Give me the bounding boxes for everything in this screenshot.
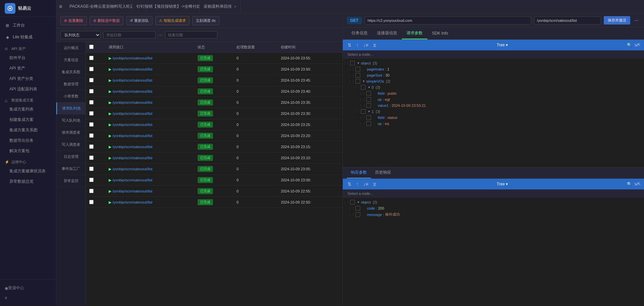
sidenav-event-factory[interactable]: 事件加工厂 <box>56 163 86 175</box>
row-api-link[interactable]: /yonbip/scm/salesout/list <box>112 156 152 160</box>
nav-section-ops[interactable]: ⚡ 运维中心 <box>0 156 56 166</box>
tree-node-checkbox[interactable] <box>361 109 366 114</box>
tree-drag-handle[interactable]: ⋮⋮ <box>359 122 366 126</box>
row-checkbox[interactable] <box>89 100 94 104</box>
tree-node-checkbox[interactable] <box>356 79 360 84</box>
menu-icon[interactable]: ≡ <box>59 4 62 10</box>
tab-purchase[interactable]: 采购退料单回传 ✕ <box>200 0 241 13</box>
tab-purchase-close[interactable]: ✕ <box>234 5 236 8</box>
tree-expand-arrow[interactable]: ▼ <box>357 61 360 65</box>
tree-row[interactable]: ⋮⋮op:egt <box>343 96 644 102</box>
tree-expand-arrow[interactable]: ▼ <box>368 110 371 113</box>
row-api-link[interactable]: /yonbip/scm/salesout/list <box>112 112 152 116</box>
tree-expand-arrow[interactable]: ▼ <box>368 86 371 89</box>
req-filter-icon[interactable]: ⧖ <box>372 42 378 49</box>
end-date-input[interactable] <box>165 31 217 39</box>
sidebar-item-anomaly-overview[interactable]: 异常数据总览 <box>0 176 56 187</box>
tree-row[interactable]: ⋮⋮op:eq <box>343 121 644 127</box>
tree-drag-handle[interactable]: ⋮⋮ <box>343 61 350 65</box>
sidebar-item-software-platform[interactable]: 软件平台 <box>0 53 56 63</box>
url-input[interactable] <box>365 16 531 25</box>
row-checkbox[interactable] <box>89 144 94 149</box>
tree-drag-handle[interactable]: ⋮⋮ <box>354 110 360 114</box>
tree-row[interactable]: ⋮⋮▼simpleVOs[2] <box>343 78 644 84</box>
tree-row[interactable]: ⋮⋮▼0{3} <box>343 84 644 90</box>
req-expand-all-icon[interactable]: ⇅ <box>346 42 353 48</box>
sidebar-item-api-adapter[interactable]: API 适配器列表 <box>0 84 56 94</box>
row-api-link[interactable]: /yonbip/scm/salesout/list <box>112 67 152 71</box>
tree-expand-arrow[interactable]: ▼ <box>357 201 360 204</box>
tree-drag-handle[interactable]: ⋮⋮ <box>348 80 355 83</box>
request-tree-dropdown[interactable]: ▾ <box>506 43 508 47</box>
tree-row[interactable]: ⋮⋮▼object{2} <box>343 199 644 205</box>
row-checkbox[interactable] <box>89 56 94 60</box>
row-checkbox[interactable] <box>89 167 94 171</box>
row-checkbox[interactable] <box>89 178 94 182</box>
req-sort-icon[interactable]: ↓≡ <box>362 42 370 48</box>
batch-delete-button[interactable]: ⊘ 批量删除 <box>60 16 87 25</box>
tree-node-checkbox[interactable] <box>356 212 360 217</box>
res-filter-icon[interactable]: ⧖ <box>372 181 378 188</box>
sidebar-item-solution-package[interactable]: 解决方案包 <box>0 146 56 156</box>
row-api-link[interactable]: /yonbip/scm/salesout/list <box>112 123 152 127</box>
response-subtab-history[interactable]: 历史响应 <box>371 167 395 178</box>
tree-expand-arrow[interactable]: ▼ <box>362 80 365 83</box>
path-input[interactable] <box>534 16 601 25</box>
sidebar-item-lite[interactable]: ◈ Lite 轻集成 <box>0 31 56 43</box>
tree-node-checkbox[interactable] <box>366 91 371 96</box>
tree-row[interactable]: ⋮⋮pageSize:30 <box>343 72 644 78</box>
row-checkbox[interactable] <box>89 156 94 160</box>
tree-drag-handle[interactable]: ⋮⋮ <box>359 104 366 107</box>
req-search-icon[interactable]: 🔍 <box>627 43 632 47</box>
tree-row[interactable]: ⋮⋮field:pubts <box>343 90 644 96</box>
sidebar-item-menu[interactable]: ≡ <box>5 293 51 303</box>
row-checkbox[interactable] <box>89 78 94 82</box>
tree-row[interactable]: ⋮⋮field:status <box>343 115 644 121</box>
re-queue-button[interactable]: ↺ 重新排队 <box>126 16 153 25</box>
row-api-link[interactable]: /yonbip/scm/salesout/list <box>112 100 152 104</box>
row-checkbox[interactable] <box>89 189 94 193</box>
tree-row[interactable]: ⋮⋮code:200 <box>343 205 644 211</box>
row-checkbox[interactable] <box>89 111 94 116</box>
tab-sdk-info[interactable]: SDK Info <box>427 28 453 39</box>
sidebar-item-api-category[interactable]: API 资产分类 <box>0 74 56 84</box>
row-checkbox[interactable] <box>89 133 94 138</box>
res-search-icon[interactable]: 🔍 <box>627 182 632 186</box>
tree-row[interactable]: ⋮⋮value1:2024-10-09 23:50:21 <box>343 102 644 108</box>
req-collapse-icon[interactable]: ↑ <box>355 42 360 48</box>
response-node-select[interactable]: Select a node... <box>343 189 644 198</box>
tree-drag-handle[interactable]: ⋮⋮ <box>354 86 360 89</box>
tree-drag-handle[interactable]: ⋮⋮ <box>348 74 355 77</box>
nav-section-api[interactable]: ⊙ API 资产 <box>0 43 56 53</box>
row-api-link[interactable]: /yonbip/scm/salesout/list <box>112 167 152 171</box>
ai-generate-button[interactable]: ⚠ 智能生成请求 <box>155 16 190 25</box>
select-all-checkbox[interactable] <box>89 45 94 49</box>
row-api-link[interactable]: /yonbip/scm/salesout/list <box>112 178 152 182</box>
tab-package[interactable]: PACKAGE-全蜂云星辰物料写入旺店通货品档案 ✕ <box>65 0 132 13</box>
save-activate-button[interactable]: 保存并激活 <box>604 16 630 25</box>
res-collapse-icon[interactable]: ↑ <box>355 181 360 187</box>
tree-node-checkbox[interactable] <box>361 85 366 90</box>
sidebar-item-api-assets[interactable]: API 资产 <box>0 63 56 74</box>
tree-drag-handle[interactable]: ⋮⋮ <box>348 213 355 216</box>
more-options-button[interactable]: ··· <box>633 17 640 24</box>
delete-selected-button[interactable]: ⊘ 删除选中数据 <box>90 16 123 25</box>
row-api-link[interactable]: /yonbip/scm/salesout/list <box>112 134 152 138</box>
sidenav-req-scheduler[interactable]: 请求调度者 <box>56 127 86 139</box>
sidenav-request-queue[interactable]: 请求队列池 <box>56 102 86 115</box>
tree-node-checkbox[interactable] <box>350 200 355 205</box>
request-node-select[interactable]: Select a node... <box>343 50 644 59</box>
tab-connector-info[interactable]: 连接器信息 <box>372 28 402 39</box>
tree-drag-handle[interactable]: ⋮⋮ <box>359 98 366 101</box>
sidenav-running-overview[interactable]: 运行概况 <box>56 42 86 54</box>
response-subtab-params[interactable]: 响应参数 <box>347 167 371 178</box>
sidenav-solution-info[interactable]: 方案信息 <box>56 54 86 66</box>
tree-node-checkbox[interactable] <box>356 67 360 72</box>
row-checkbox[interactable] <box>89 200 94 204</box>
sidenav-write-scheduler[interactable]: 写入调度者 <box>56 139 86 151</box>
tree-row[interactable]: ⋮⋮▼1{3} <box>343 108 644 115</box>
tab-dingding[interactable]: 钉钉报销【项目报销类】->全蜂付款单【研西】 ✕ <box>132 0 200 13</box>
row-checkbox[interactable] <box>89 89 94 93</box>
tree-node-checkbox[interactable] <box>366 97 371 102</box>
sidenav-log-mgmt[interactable]: 日志管理 <box>56 151 86 163</box>
